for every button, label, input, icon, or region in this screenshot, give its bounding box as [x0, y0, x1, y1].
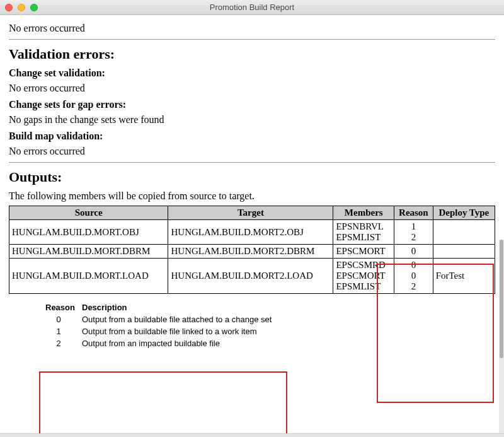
titlebar: Promotion Build Report	[0, 0, 504, 15]
cell-deploy-type	[433, 220, 495, 245]
cell-target: HUNGLAM.BUILD.MORT2.OBJ	[168, 220, 333, 245]
cell-source: HUNGLAM.BUILD.MORT.OBJ	[9, 220, 168, 245]
reason-legend: Reason Description 0Output from a builda…	[45, 303, 495, 348]
changeset-validation-label: Change set validation:	[9, 67, 495, 79]
vertical-scrollbar[interactable]	[499, 240, 504, 433]
table-row: HUNGLAM.BUILD.MORT.DBRMHUNGLAM.BUILD.MOR…	[9, 245, 495, 259]
legend-code: 0	[45, 315, 72, 324]
close-icon[interactable]	[5, 4, 13, 11]
cell-deploy-type	[433, 245, 495, 259]
table-row: HUNGLAM.BUILD.MORT.OBJHUNGLAM.BUILD.MORT…	[9, 220, 495, 245]
document-body: No errors occurred Validation errors: Ch…	[0, 15, 504, 433]
maximize-icon[interactable]	[30, 4, 38, 11]
th-members: Members	[333, 206, 394, 220]
minimize-icon[interactable]	[18, 4, 25, 11]
th-source: Source	[9, 206, 168, 220]
legend-header-reason: Reason	[45, 303, 72, 312]
legend-code: 1	[45, 327, 72, 336]
legend-row: 1Output from a buildable file linked to …	[45, 327, 495, 336]
validation-heading: Validation errors:	[9, 46, 495, 62]
legend-desc: Output from an impacted buildable file	[82, 339, 495, 348]
cell-reason: 0	[394, 245, 433, 259]
cell-target: HUNGLAM.BUILD.MORT2.DBRM	[168, 245, 333, 259]
legend-code: 2	[45, 339, 72, 348]
outputs-heading: Outputs:	[9, 169, 495, 185]
table-row: HUNGLAM.BUILD.MORT.LOADHUNGLAM.BUILD.MOR…	[9, 259, 495, 294]
th-reason: Reason	[394, 206, 433, 220]
window-title: Promotion Build Report	[5, 3, 499, 12]
legend-header-description: Description	[82, 303, 495, 312]
buildmap-validation-msg: No errors occurred	[9, 146, 495, 157]
cell-source: HUNGLAM.BUILD.MORT.DBRM	[9, 245, 168, 259]
legend-desc: Output from a buildable file linked to a…	[82, 327, 495, 336]
window-bottom-edge	[0, 433, 504, 437]
outputs-intro: The following members will be copied fro…	[9, 190, 495, 202]
th-deploy-type: Deploy Type	[433, 206, 495, 220]
scrollbar-thumb[interactable]	[500, 240, 503, 358]
gap-errors-label: Change sets for gap errors:	[9, 99, 495, 110]
legend-row: 0Output from a buildable file attached t…	[45, 315, 495, 324]
legend-row: 2Output from an impacted buildable file	[45, 339, 495, 348]
cell-reason: 12	[394, 220, 433, 245]
window-controls	[5, 4, 38, 11]
th-target: Target	[168, 206, 333, 220]
outputs-table: Source Target Members Reason Deploy Type…	[9, 206, 495, 294]
gap-errors-msg: No gaps in the change sets were found	[9, 114, 495, 125]
highlight-box-legend	[39, 371, 287, 433]
no-errors-text: No errors occurred	[9, 23, 495, 34]
cell-members: EPSCSMRDEPSCMORTEPSMLIST	[333, 259, 394, 294]
buildmap-validation-label: Build map validation:	[9, 131, 495, 142]
changeset-validation-msg: No errors occurred	[9, 83, 495, 94]
table-header-row: Source Target Members Reason Deploy Type	[9, 206, 495, 220]
cell-target: HUNGLAM.BUILD.MORT2.LOAD	[168, 259, 333, 294]
cell-members: EPSCMORT	[333, 245, 394, 259]
window-frame: Promotion Build Report No errors occurre…	[0, 0, 504, 437]
divider	[9, 162, 495, 163]
cell-reason: 002	[394, 259, 433, 294]
divider	[9, 39, 495, 40]
cell-members: EPSNBRVLEPSMLIST	[333, 220, 394, 245]
legend-desc: Output from a buildable file attached to…	[82, 315, 495, 324]
cell-deploy-type: ForTest	[433, 259, 495, 294]
cell-source: HUNGLAM.BUILD.MORT.LOAD	[9, 259, 168, 294]
